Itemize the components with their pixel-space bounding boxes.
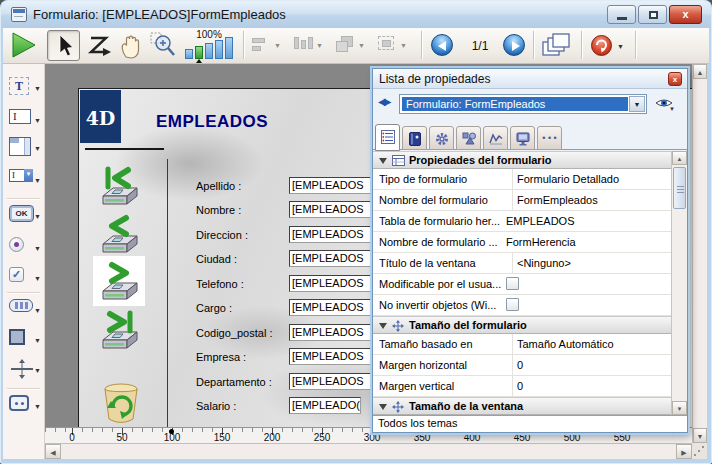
tab-property-list[interactable] (375, 124, 400, 151)
field-input[interactable]: [EMPLEADO( (289, 397, 361, 414)
next-record-button[interactable] (97, 261, 141, 305)
move-tool[interactable] (117, 32, 145, 63)
tab-objects[interactable] (456, 126, 481, 150)
input-tool[interactable]: I ▼ (3, 108, 45, 134)
vertical-scrollbar[interactable]: ▲ ▼ (692, 64, 707, 443)
caret-down-icon[interactable]: ▼ (34, 245, 41, 252)
field-label[interactable]: Apellido : (196, 180, 241, 192)
previous-record-button[interactable] (97, 214, 141, 258)
caret-down-icon[interactable]: ▼ (34, 275, 41, 282)
caret-down-icon[interactable]: ▼ (34, 177, 41, 184)
field-input[interactable]: [EMPLEADOS (289, 177, 381, 194)
delete-record-button[interactable] (97, 377, 145, 425)
company-logo[interactable]: 4D (80, 90, 121, 143)
zoom-bar-200[interactable] (205, 43, 213, 59)
field-label[interactable]: Empresa : (196, 351, 246, 363)
next-page-button[interactable] (503, 34, 525, 56)
minimize-button[interactable] (607, 5, 636, 24)
section-header[interactable]: Tamaño de la ventana (373, 397, 671, 415)
form-method-button[interactable] (591, 35, 612, 56)
column-divider[interactable] (167, 159, 168, 427)
rectangle-tool[interactable]: ▼ (3, 328, 45, 354)
form-heading[interactable]: EMPLEADOS (156, 112, 268, 132)
plugin-area-tool[interactable]: ▼ (3, 394, 45, 420)
panel-scrollbar[interactable]: ▲ ▼ (671, 151, 687, 415)
pages-list-button[interactable] (541, 32, 573, 64)
checkbox-tool[interactable]: ✓ ▼ (3, 266, 45, 292)
caret-down-icon[interactable]: ▼ (34, 367, 41, 374)
caret-down-icon[interactable]: ▼ (34, 85, 41, 92)
property-value[interactable]: 0 (517, 359, 667, 371)
scroll-down-button[interactable]: ▼ (693, 428, 707, 443)
scroll-left-button[interactable]: ◀ (45, 444, 61, 459)
field-input[interactable]: [EMPLEADOS (289, 324, 381, 341)
preview-button[interactable]: ▼ (655, 95, 677, 113)
property-value[interactable]: 0 (517, 380, 667, 392)
property-value[interactable]: FormEmpleados (517, 194, 667, 206)
heading-rule[interactable] (85, 148, 164, 150)
field-input[interactable]: [EMPLEADOS (289, 373, 381, 390)
method-caret-icon[interactable]: ▼ (617, 43, 624, 50)
object-navigation-arrows[interactable]: ◀▶ (378, 96, 389, 107)
caret-down-icon[interactable]: ▼ (34, 403, 41, 410)
caret-down-icon[interactable]: ▼ (34, 213, 41, 220)
tab-events[interactable] (483, 126, 508, 150)
panel-scroll-down-button[interactable]: ▼ (672, 401, 687, 415)
caret-down-icon[interactable]: ▼ (34, 145, 41, 152)
field-input[interactable]: [EMPLEADOS (289, 299, 381, 316)
field-label[interactable]: Ciudad : (196, 253, 237, 265)
section-header[interactable]: Tamaño del formulario (373, 316, 671, 334)
field-label[interactable]: Nombre : (196, 204, 241, 216)
execute-form-button[interactable] (11, 32, 37, 63)
last-record-button[interactable] (97, 310, 141, 354)
zoom-tool[interactable] (149, 31, 177, 62)
restore-button[interactable] (638, 5, 667, 24)
tab-display[interactable] (510, 126, 535, 150)
property-value[interactable]: EMPLEADOS (506, 215, 656, 227)
caret-down-icon[interactable]: ▼ (34, 337, 41, 344)
field-input[interactable]: [EMPLEADOS (289, 275, 381, 292)
listbox-tool[interactable]: ▼ (3, 136, 45, 162)
text-tool[interactable]: T ▼ (3, 76, 45, 102)
property-checkbox[interactable] (506, 277, 519, 290)
combobox-tool[interactable]: I ▼ ▼ (3, 168, 45, 194)
caret-down-icon[interactable]: ▼ (34, 307, 41, 314)
tab-data[interactable] (402, 126, 427, 150)
zoom-bar-400[interactable] (215, 40, 223, 59)
zoom-bar-50[interactable] (185, 49, 193, 59)
field-label[interactable]: Salario : (196, 400, 236, 412)
radio-button-tool[interactable]: ▼ (3, 236, 45, 262)
button-tool[interactable]: OK ▼ (3, 204, 45, 230)
field-input[interactable]: [EMPLEADOS (289, 250, 381, 267)
property-value[interactable]: <Ninguno> (517, 257, 667, 269)
tab-more[interactable]: • • • (537, 126, 562, 150)
entry-order-tool[interactable] (85, 33, 113, 64)
palette-close-button[interactable]: x (668, 72, 682, 86)
field-label[interactable]: Departamento : (196, 376, 272, 388)
panel-scroll-up-button[interactable]: ▲ (672, 151, 687, 165)
palette-titlebar[interactable]: Lista de propiedades x (373, 69, 687, 89)
selection-tool-button[interactable] (47, 30, 80, 61)
zoom-bar-800[interactable] (225, 37, 233, 59)
field-label[interactable]: Direccion : (196, 229, 248, 241)
zoom-bar-100-selected[interactable] (195, 46, 203, 59)
close-button[interactable]: x (669, 5, 702, 24)
scroll-right-button[interactable]: ▶ (676, 444, 692, 459)
field-label[interactable]: Codigo_postal : (196, 327, 272, 339)
field-input[interactable]: [EMPLEADOS (289, 201, 381, 218)
object-selector-combobox[interactable]: Formulario: FormEmpleados ▼ (399, 94, 647, 114)
themes-footer[interactable]: Todos los temas (373, 415, 687, 432)
combo-dropdown-icon[interactable]: ▼ (629, 96, 645, 112)
resize-grip[interactable] (692, 443, 707, 459)
field-label[interactable]: Telefono : (196, 278, 244, 290)
property-checkbox[interactable] (506, 298, 519, 311)
property-value[interactable]: Tamaño Automático (517, 338, 667, 350)
panel-scroll-thumb[interactable] (673, 167, 686, 209)
horizontal-scrollbar[interactable]: ◀ ▶ (45, 443, 692, 459)
field-input[interactable]: [EMPLEADOS (289, 226, 381, 243)
first-record-button[interactable] (97, 166, 141, 210)
previous-page-button[interactable] (431, 34, 453, 56)
tab-control-tool[interactable]: ▼ (3, 298, 45, 324)
field-label[interactable]: Cargo : (196, 302, 232, 314)
property-value[interactable]: Formulario Detallado (517, 173, 667, 185)
